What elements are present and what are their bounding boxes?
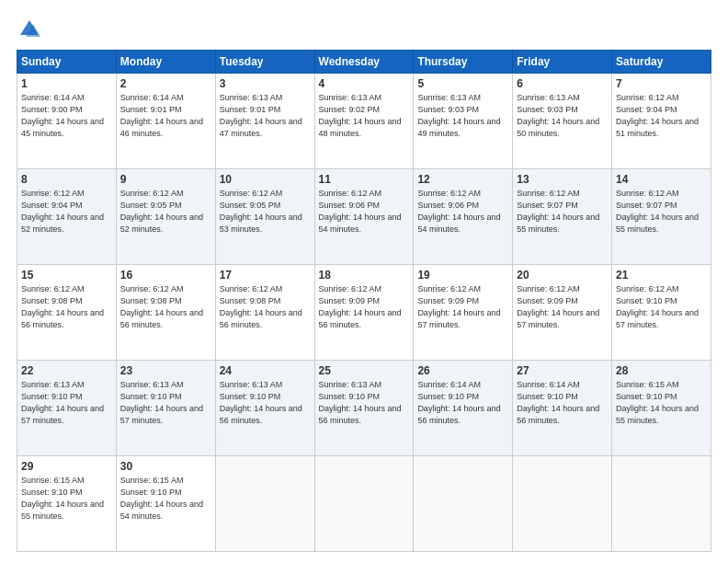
day-number: 29 [21, 460, 112, 473]
day-info: Sunrise: 6:12 AMSunset: 9:08 PMDaylight:… [220, 284, 302, 329]
calendar-cell: 19Sunrise: 6:12 AMSunset: 9:09 PMDayligh… [414, 265, 513, 361]
day-number: 5 [417, 77, 508, 90]
day-number: 25 [319, 364, 410, 377]
day-number: 24 [220, 364, 311, 377]
calendar-cell: 16Sunrise: 6:12 AMSunset: 9:08 PMDayligh… [116, 265, 215, 361]
calendar-cell: 21Sunrise: 6:12 AMSunset: 9:10 PMDayligh… [612, 265, 711, 361]
day-info: Sunrise: 6:12 AMSunset: 9:09 PMDaylight:… [517, 284, 599, 329]
day-number: 11 [319, 173, 410, 186]
day-number: 26 [417, 364, 508, 377]
day-info: Sunrise: 6:12 AMSunset: 9:06 PMDaylight:… [417, 189, 500, 234]
day-info: Sunrise: 6:15 AMSunset: 9:10 PMDaylight:… [21, 476, 104, 521]
calendar-cell [314, 456, 414, 552]
weekday-header-saturday: Saturday [612, 51, 711, 74]
day-number: 13 [517, 173, 608, 186]
calendar-cell: 17Sunrise: 6:12 AMSunset: 9:08 PMDayligh… [215, 265, 314, 361]
calendar-cell: 26Sunrise: 6:14 AMSunset: 9:10 PMDayligh… [414, 361, 513, 456]
day-info: Sunrise: 6:12 AMSunset: 9:10 PMDaylight:… [616, 284, 699, 329]
day-number: 8 [21, 173, 112, 186]
calendar-cell: 24Sunrise: 6:13 AMSunset: 9:10 PMDayligh… [215, 361, 314, 456]
weekday-header-tuesday: Tuesday [215, 51, 314, 74]
day-info: Sunrise: 6:14 AMSunset: 9:10 PMDaylight:… [417, 380, 500, 425]
day-info: Sunrise: 6:12 AMSunset: 9:04 PMDaylight:… [616, 93, 699, 138]
calendar-cell: 5Sunrise: 6:13 AMSunset: 9:03 PMDaylight… [414, 74, 513, 169]
day-info: Sunrise: 6:13 AMSunset: 9:03 PMDaylight:… [417, 93, 500, 138]
calendar-cell: 9Sunrise: 6:12 AMSunset: 9:05 PMDaylight… [116, 169, 215, 265]
day-info: Sunrise: 6:12 AMSunset: 9:04 PMDaylight:… [21, 189, 104, 234]
calendar-cell [612, 456, 711, 552]
day-number: 27 [517, 364, 608, 377]
calendar-cell [215, 456, 314, 552]
calendar-cell: 15Sunrise: 6:12 AMSunset: 9:08 PMDayligh… [17, 265, 117, 361]
weekday-header-row: SundayMondayTuesdayWednesdayThursdayFrid… [17, 51, 711, 74]
weekday-header-sunday: Sunday [17, 51, 117, 74]
day-info: Sunrise: 6:12 AMSunset: 9:08 PMDaylight:… [21, 284, 104, 329]
day-number: 9 [120, 173, 211, 186]
day-number: 14 [616, 173, 707, 186]
top-section [17, 17, 711, 42]
day-number: 7 [616, 77, 707, 90]
day-info: Sunrise: 6:12 AMSunset: 9:09 PMDaylight:… [319, 284, 402, 329]
day-info: Sunrise: 6:13 AMSunset: 9:03 PMDaylight:… [517, 93, 599, 138]
day-info: Sunrise: 6:12 AMSunset: 9:09 PMDaylight:… [417, 284, 500, 329]
weekday-header-monday: Monday [116, 51, 215, 74]
day-info: Sunrise: 6:13 AMSunset: 9:10 PMDaylight:… [319, 380, 402, 425]
week-row-1: 1Sunrise: 6:14 AMSunset: 9:00 PMDaylight… [17, 74, 711, 169]
calendar-cell: 30Sunrise: 6:15 AMSunset: 9:10 PMDayligh… [116, 456, 215, 552]
logo-icon [17, 17, 42, 42]
calendar-cell: 25Sunrise: 6:13 AMSunset: 9:10 PMDayligh… [314, 361, 414, 456]
page: SundayMondayTuesdayWednesdayThursdayFrid… [0, 0, 728, 563]
day-info: Sunrise: 6:12 AMSunset: 9:06 PMDaylight:… [319, 189, 402, 234]
calendar-cell: 28Sunrise: 6:15 AMSunset: 9:10 PMDayligh… [612, 361, 711, 456]
calendar-table: SundayMondayTuesdayWednesdayThursdayFrid… [17, 50, 711, 552]
week-row-3: 15Sunrise: 6:12 AMSunset: 9:08 PMDayligh… [17, 265, 711, 361]
calendar-cell: 22Sunrise: 6:13 AMSunset: 9:10 PMDayligh… [17, 361, 117, 456]
weekday-header-thursday: Thursday [414, 51, 513, 74]
calendar-cell: 13Sunrise: 6:12 AMSunset: 9:07 PMDayligh… [513, 169, 612, 265]
day-number: 19 [417, 269, 508, 282]
day-info: Sunrise: 6:14 AMSunset: 9:01 PMDaylight:… [120, 93, 203, 138]
weekday-header-friday: Friday [513, 51, 612, 74]
day-number: 2 [120, 77, 211, 90]
calendar-cell: 1Sunrise: 6:14 AMSunset: 9:00 PMDaylight… [17, 74, 117, 169]
day-number: 4 [319, 77, 410, 90]
calendar-cell: 18Sunrise: 6:12 AMSunset: 9:09 PMDayligh… [314, 265, 414, 361]
week-row-5: 29Sunrise: 6:15 AMSunset: 9:10 PMDayligh… [17, 456, 711, 552]
day-info: Sunrise: 6:13 AMSunset: 9:01 PMDaylight:… [220, 93, 302, 138]
day-info: Sunrise: 6:12 AMSunset: 9:07 PMDaylight:… [517, 189, 599, 234]
day-number: 17 [220, 269, 311, 282]
calendar-cell: 8Sunrise: 6:12 AMSunset: 9:04 PMDaylight… [17, 169, 117, 265]
day-info: Sunrise: 6:13 AMSunset: 9:10 PMDaylight:… [120, 380, 203, 425]
calendar-cell [513, 456, 612, 552]
day-number: 3 [220, 77, 311, 90]
day-number: 28 [616, 364, 707, 377]
calendar-cell: 4Sunrise: 6:13 AMSunset: 9:02 PMDaylight… [314, 74, 414, 169]
calendar-cell: 11Sunrise: 6:12 AMSunset: 9:06 PMDayligh… [314, 169, 414, 265]
day-info: Sunrise: 6:15 AMSunset: 9:10 PMDaylight:… [616, 380, 699, 425]
day-number: 16 [120, 269, 211, 282]
calendar-cell: 10Sunrise: 6:12 AMSunset: 9:05 PMDayligh… [215, 169, 314, 265]
day-number: 10 [220, 173, 311, 186]
calendar-cell: 29Sunrise: 6:15 AMSunset: 9:10 PMDayligh… [17, 456, 117, 552]
calendar-cell: 27Sunrise: 6:14 AMSunset: 9:10 PMDayligh… [513, 361, 612, 456]
day-info: Sunrise: 6:14 AMSunset: 9:10 PMDaylight:… [517, 380, 599, 425]
day-info: Sunrise: 6:12 AMSunset: 9:08 PMDaylight:… [120, 284, 203, 329]
day-info: Sunrise: 6:12 AMSunset: 9:05 PMDaylight:… [220, 189, 302, 234]
day-number: 18 [319, 269, 410, 282]
calendar-cell: 12Sunrise: 6:12 AMSunset: 9:06 PMDayligh… [414, 169, 513, 265]
calendar-cell [414, 456, 513, 552]
calendar-cell: 6Sunrise: 6:13 AMSunset: 9:03 PMDaylight… [513, 74, 612, 169]
day-number: 21 [616, 269, 707, 282]
day-info: Sunrise: 6:15 AMSunset: 9:10 PMDaylight:… [120, 476, 203, 521]
day-number: 22 [21, 364, 112, 377]
day-number: 15 [21, 269, 112, 282]
calendar-cell: 2Sunrise: 6:14 AMSunset: 9:01 PMDaylight… [116, 74, 215, 169]
week-row-2: 8Sunrise: 6:12 AMSunset: 9:04 PMDaylight… [17, 169, 711, 265]
day-number: 1 [21, 77, 112, 90]
weekday-header-wednesday: Wednesday [314, 51, 414, 74]
calendar-cell: 3Sunrise: 6:13 AMSunset: 9:01 PMDaylight… [215, 74, 314, 169]
day-number: 20 [517, 269, 608, 282]
day-info: Sunrise: 6:12 AMSunset: 9:05 PMDaylight:… [120, 189, 203, 234]
day-number: 12 [417, 173, 508, 186]
day-number: 30 [120, 460, 211, 473]
